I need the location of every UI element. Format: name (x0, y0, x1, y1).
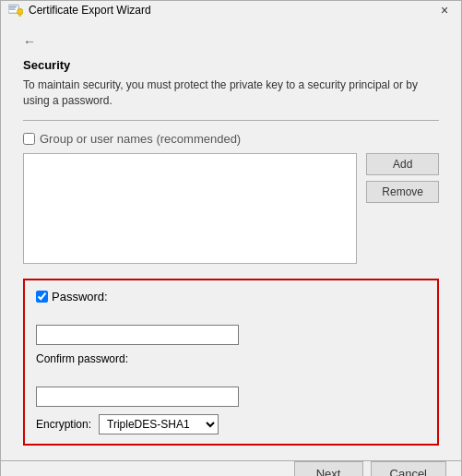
group-area: Add Remove (23, 153, 439, 264)
title-bar: Certificate Export Wizard × (1, 1, 461, 19)
group-buttons: Add Remove (366, 153, 439, 264)
encryption-row: Encryption: TripleDES-SHA1 AES256-SHA256 (36, 414, 426, 434)
main-content: ← Security To maintain security, you mus… (1, 19, 461, 460)
svg-rect-5 (19, 14, 21, 16)
close-button[interactable]: × (435, 1, 454, 19)
cancel-button[interactable]: Cancel (371, 461, 446, 476)
security-heading: Security (23, 58, 439, 72)
confirm-password-label: Confirm password: (36, 352, 426, 365)
footer: Next Cancel (1, 460, 461, 476)
remove-button[interactable]: Remove (366, 181, 439, 203)
password-label: Password: (52, 290, 108, 303)
security-description: To maintain security, you must protect t… (23, 77, 439, 109)
dialog-title: Certificate Export Wizard (29, 4, 151, 17)
password-checkbox[interactable] (36, 291, 48, 303)
password-input[interactable] (36, 325, 239, 345)
divider (23, 120, 439, 121)
certificate-icon (8, 3, 23, 18)
back-area: ← (23, 34, 439, 49)
group-checkbox-label: Group or user names (recommended) (40, 132, 241, 146)
svg-rect-2 (9, 8, 15, 9)
confirm-password-row: Confirm password: (36, 352, 426, 407)
password-checkbox-row: Password: (36, 290, 426, 345)
back-arrow[interactable]: ← (23, 34, 36, 49)
password-section: Password: Confirm password: Encryption: … (23, 279, 439, 446)
dialog: Certificate Export Wizard × ← Security T… (0, 0, 462, 476)
confirm-password-input[interactable] (36, 387, 239, 407)
svg-rect-1 (9, 6, 17, 7)
svg-rect-3 (9, 9, 16, 10)
group-checkbox[interactable] (23, 133, 35, 145)
security-section: Security To maintain security, you must … (23, 58, 439, 120)
encryption-select[interactable]: TripleDES-SHA1 AES256-SHA256 (99, 414, 219, 434)
add-button[interactable]: Add (366, 153, 439, 175)
group-checkbox-row: Group or user names (recommended) (23, 132, 439, 146)
next-button[interactable]: Next (294, 461, 363, 476)
group-list (23, 153, 357, 264)
encryption-label: Encryption: (36, 418, 91, 431)
